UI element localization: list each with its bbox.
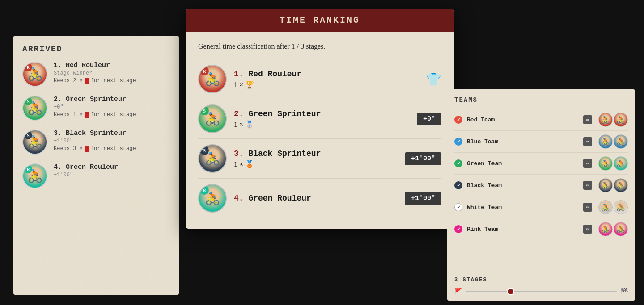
- rider-sub: +0": [54, 104, 170, 110]
- stages-title: 3 STAGES: [454, 277, 628, 283]
- edit-icon[interactable]: ✏: [583, 137, 592, 146]
- rider-name: 1. Red Rouleur: [54, 62, 170, 69]
- ranking-trophy: 1 × 🥉: [234, 160, 398, 168]
- mini-avatar: 🚴: [614, 134, 628, 149]
- stages-section: 3 STAGES 🚩 🏁: [447, 272, 635, 301]
- red-card-icon: [85, 112, 89, 118]
- team-row: ✓ Red Team ✏ 🚴 🚴: [454, 109, 628, 131]
- rider-keeps: Keeps 3 × for next stage: [54, 146, 170, 152]
- team-dot-pink: ✓: [454, 225, 462, 233]
- modal-title: TIME RANKING: [195, 15, 445, 25]
- edit-icon[interactable]: ✏: [583, 181, 592, 190]
- avatar-letter: S: [200, 146, 209, 155]
- mini-avatar: 🚴: [598, 156, 613, 171]
- team-name: Black Team: [467, 182, 579, 189]
- start-flag-icon: 🚩: [454, 288, 462, 295]
- team-dot-green: ✓: [454, 159, 462, 167]
- list-item: R 🚴 4. Green Rouleur +1'00": [22, 163, 170, 188]
- avatar-letter: R: [200, 186, 209, 195]
- team-row: ✓ Black Team ✏ 🚴 🚴: [454, 175, 628, 196]
- ranking-name: 2. Green Sprinteur: [234, 109, 410, 118]
- avatar: S 🚴: [198, 104, 227, 133]
- modal-body: General time classification after 1 / 3 …: [186, 32, 454, 229]
- check-icon: ✓: [457, 205, 461, 210]
- mini-avatar: 🚴: [614, 178, 628, 192]
- ranking-name: 1. Red Rouleur: [234, 70, 419, 79]
- avatar: S 🚴: [22, 96, 47, 121]
- stage-marker: [507, 288, 514, 295]
- time-badge: +0": [417, 113, 441, 125]
- list-item: R 🚴 1. Red Rouleur Stage winner Keeps 2 …: [22, 62, 170, 87]
- team-row: ✓ Pink Team ✏ 🚴 🚴: [454, 218, 628, 240]
- avatar-letter: R: [24, 165, 32, 173]
- ranking-name: 3. Black Sprinteur: [234, 149, 398, 158]
- avatar: R 🚴: [22, 163, 47, 188]
- ranking-info: 4. Green Rouleur: [234, 194, 398, 203]
- avatar: R 🚴: [22, 62, 47, 87]
- ranking-info: 2. Green Sprinteur 1 × 🥈: [234, 109, 410, 129]
- ranking-item: S 🚴 2. Green Sprinteur 1 × 🥈 +0": [198, 99, 441, 139]
- rider-sub: +1'00": [54, 172, 170, 178]
- ranking-item: R 🚴 1. Red Rouleur 1 × 🏆 👕: [198, 59, 441, 99]
- team-dot-blue: ✓: [454, 138, 462, 146]
- team-avatars: 🚴 🚴: [598, 113, 628, 127]
- rider-name: 2. Green Sprinteur: [54, 96, 170, 103]
- end-flag-icon: 🏁: [620, 288, 628, 295]
- time-badge: +1'00": [405, 152, 441, 165]
- jersey-icon: 👕: [426, 72, 441, 87]
- check-icon: ✓: [457, 139, 461, 145]
- team-dot-red: ✓: [454, 116, 462, 124]
- arrived-panel: ARRIVED R 🚴 1. Red Rouleur Stage winner …: [13, 36, 179, 295]
- check-icon: ✓: [457, 161, 461, 167]
- mini-avatar: 🚴: [598, 178, 613, 192]
- red-card-icon: [85, 146, 89, 152]
- modal-header: TIME RANKING: [186, 9, 454, 32]
- mini-avatar: 🚴: [614, 200, 628, 214]
- arrived-info: 4. Green Rouleur +1'00": [54, 163, 170, 178]
- rider-sub: +1'00": [54, 138, 170, 144]
- ranking-name: 4. Green Rouleur: [234, 194, 398, 203]
- ranking-trophy: 1 × 🥈: [234, 120, 410, 129]
- mini-avatar: 🚴: [614, 222, 628, 236]
- mini-avatar: 🚴: [614, 113, 628, 127]
- arrived-info: 2. Green Sprinteur +0" Keeps 1 × for nex…: [54, 96, 170, 118]
- arrived-info: 1. Red Rouleur Stage winner Keeps 2 × fo…: [54, 62, 170, 84]
- mini-avatar: 🚴: [598, 113, 613, 127]
- rider-keeps: Keeps 1 × for next stage: [54, 112, 170, 118]
- team-name: White Team: [467, 204, 579, 211]
- rider-name: 3. Black Sprinteur: [54, 130, 170, 137]
- team-dot-black: ✓: [454, 181, 462, 189]
- ranking-info: 1. Red Rouleur 1 × 🏆: [234, 70, 419, 89]
- team-row: ✓ Green Team ✏ 🚴 🚴: [454, 153, 628, 175]
- team-name: Pink Team: [467, 226, 579, 233]
- avatar-letter: S: [24, 97, 32, 105]
- avatar: R 🚴: [198, 184, 227, 213]
- edit-icon[interactable]: ✏: [583, 203, 592, 212]
- avatar: R 🚴: [198, 65, 227, 93]
- time-badge: +1'00": [405, 192, 441, 205]
- mini-avatar: 🚴: [598, 134, 613, 149]
- edit-icon[interactable]: ✏: [583, 115, 592, 124]
- rider-name: 4. Green Rouleur: [54, 163, 170, 171]
- team-avatars: 🚴 🚴: [598, 200, 628, 214]
- mini-avatar: 🚴: [598, 222, 613, 236]
- avatar-letter: R: [24, 63, 32, 71]
- ranking-info: 3. Black Sprinteur 1 × 🥉: [234, 149, 398, 168]
- mini-avatar: 🚴: [598, 200, 613, 214]
- edit-icon[interactable]: ✏: [583, 159, 592, 168]
- team-avatars: 🚴 🚴: [598, 134, 628, 149]
- rider-sub: Stage winner: [54, 70, 170, 76]
- team-avatars: 🚴 🚴: [598, 178, 628, 192]
- avatar: S 🚴: [198, 144, 227, 173]
- check-icon: ✓: [457, 183, 461, 188]
- team-avatars: 🚴 🚴: [598, 222, 628, 236]
- ranking-item: R 🚴 4. Green Rouleur +1'00": [198, 179, 441, 218]
- arrived-info: 3. Black Sprinteur +1'00" Keeps 3 × for …: [54, 130, 170, 152]
- time-ranking-modal: TIME RANKING General time classification…: [186, 9, 454, 229]
- teams-title: TEAMS: [454, 96, 628, 104]
- team-row: ✓ White Team ✏ 🚴 🚴: [454, 196, 628, 218]
- edit-icon[interactable]: ✏: [583, 225, 592, 234]
- avatar-letter: R: [200, 67, 209, 75]
- team-name: Blue Team: [467, 138, 579, 145]
- arrived-title: ARRIVED: [22, 45, 170, 54]
